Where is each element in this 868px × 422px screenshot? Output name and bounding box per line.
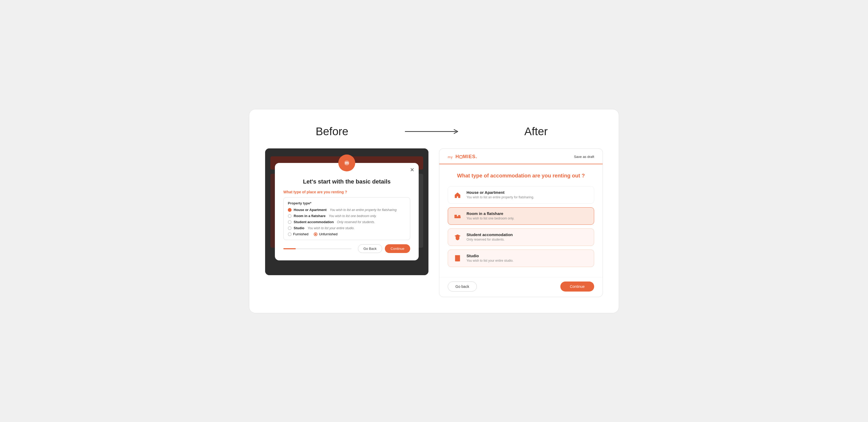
progress-fill: [283, 248, 296, 249]
property-box-label: Property type*: [288, 201, 406, 205]
comparison-header: Before After: [265, 125, 603, 138]
house-icon: [453, 190, 462, 200]
house-text: House or Apartment You wish to list an e…: [466, 190, 589, 199]
student-text: Student accommodation Only reserved for …: [466, 232, 589, 241]
option-house[interactable]: House or Apartment You wish to list an e…: [288, 208, 406, 212]
option-room[interactable]: Room in a flatshare You wish to list one…: [288, 214, 406, 218]
arrow-separator: [383, 128, 485, 135]
option-studio[interactable]: Studio You wish to list your entire stud…: [288, 226, 406, 230]
radio-house[interactable]: [288, 208, 291, 212]
logo: my HMIES.: [448, 154, 477, 160]
furnished-label: Furnished: [293, 232, 308, 236]
unfurnished-label: Unfurnished: [319, 232, 338, 236]
outer-card: Before After: [249, 109, 619, 313]
after-question: What type of accommodation are you renti…: [448, 173, 594, 179]
option-student-desc: Only reserved for students.: [337, 220, 375, 224]
option-studio-desc: You wish to list your entire studio.: [308, 226, 355, 230]
room-text: Room in a flatshare You wish to list one…: [466, 211, 589, 220]
after-body: What type of accommodation are you renti…: [439, 164, 602, 277]
progress-bar: [283, 248, 351, 249]
radio-room[interactable]: [288, 214, 291, 218]
progress-track: [283, 248, 351, 249]
svg-rect-2: [454, 216, 460, 218]
after-label: After: [485, 125, 587, 138]
bed-icon: [453, 211, 462, 221]
house-title: House or Apartment: [466, 190, 589, 195]
go-back-button[interactable]: Go Back: [358, 244, 382, 253]
unfurnished-radio[interactable]: [314, 232, 317, 236]
option-studio-label: Studio: [293, 226, 304, 230]
continue-button[interactable]: Continue: [385, 244, 410, 253]
after-option-room[interactable]: Room in a flatshare You wish to list one…: [448, 207, 594, 225]
student-title: Student accommodation: [466, 232, 589, 237]
property-type-box: Property type* House or Apartment You wi…: [283, 197, 410, 240]
option-room-label: Room in a flatshare: [293, 214, 326, 218]
before-panel: m ✕ Let's start with the basic details W…: [265, 149, 429, 275]
option-house-desc: You wish to list an entire property for …: [330, 208, 397, 212]
after-footer: Go back Continue: [439, 277, 602, 297]
building-icon: [453, 254, 462, 263]
option-student-label: Student accommodation: [293, 220, 334, 224]
unfurnished-option[interactable]: Unfurnished: [314, 232, 338, 236]
furnish-options: Furnished Unfurnished: [288, 232, 406, 236]
after-header: my HMIES. Save as draft: [439, 149, 602, 164]
studio-desc: You wish to list your entire studio.: [466, 259, 589, 262]
house-desc: You wish to list an entire property for …: [466, 195, 589, 199]
after-option-studio[interactable]: Studio You wish to list your entire stud…: [448, 250, 594, 267]
studio-text: Studio You wish to list your entire stud…: [466, 254, 589, 262]
before-label: Before: [281, 125, 383, 138]
studio-title: Studio: [466, 254, 589, 258]
graduation-icon: [453, 232, 462, 242]
after-continue-button[interactable]: Continue: [560, 282, 594, 292]
after-panel: my HMIES. Save as draft What type of acc…: [439, 149, 603, 297]
option-room-desc: You wish to list one bedroom only.: [329, 214, 377, 218]
before-modal: m ✕ Let's start with the basic details W…: [275, 163, 419, 260]
room-desc: You wish to list one bedroom only.: [466, 217, 589, 220]
radio-student[interactable]: [288, 220, 291, 224]
after-option-house[interactable]: House or Apartment You wish to list an e…: [448, 186, 594, 204]
option-house-label: House or Apartment: [293, 208, 327, 212]
option-student[interactable]: Student accommodation Only reserved for …: [288, 220, 406, 224]
svg-text:m: m: [345, 161, 349, 165]
panels-container: m ✕ Let's start with the basic details W…: [265, 149, 603, 297]
after-go-back-button[interactable]: Go back: [448, 282, 477, 292]
modal-title: Let's start with the basic details: [283, 178, 410, 185]
room-title: Room in a flatshare: [466, 211, 589, 216]
save-draft-link[interactable]: Save as draft: [574, 155, 594, 159]
student-desc: Only reserved for students.: [466, 238, 589, 241]
modal-footer: Go Back Continue: [283, 244, 410, 253]
modal-overlay: m ✕ Let's start with the basic details W…: [265, 149, 429, 275]
furnished-radio[interactable]: [288, 232, 291, 236]
modal-brand-icon: m: [338, 155, 355, 171]
modal-close-button[interactable]: ✕: [410, 167, 414, 173]
radio-studio[interactable]: [288, 226, 291, 230]
modal-subtitle: What type of place are you renting ?: [283, 190, 410, 194]
logo-my: my: [448, 155, 453, 159]
svg-rect-10: [457, 259, 459, 261]
furnished-option[interactable]: Furnished: [288, 232, 308, 236]
after-option-student[interactable]: Student accommodation Only reserved for …: [448, 228, 594, 246]
logo-name: HMIES.: [456, 154, 477, 159]
